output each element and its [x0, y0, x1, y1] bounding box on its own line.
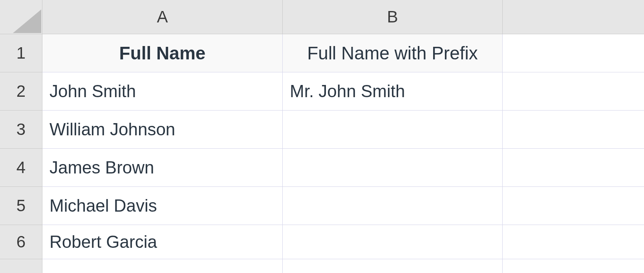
cell-B6[interactable]: [283, 225, 503, 259]
cell-B2[interactable]: Mr. John Smith: [283, 72, 503, 111]
cell-blank-A: [42, 259, 283, 273]
column-header-blank: [503, 0, 644, 34]
cell-right-2: [503, 72, 644, 111]
cell-B3[interactable]: [283, 111, 503, 149]
cell-B5[interactable]: [283, 187, 503, 225]
cell-A5[interactable]: Michael Davis: [42, 187, 283, 225]
column-header-A[interactable]: A: [42, 0, 283, 34]
cell-right-6: [503, 225, 644, 259]
cell-A2[interactable]: John Smith: [42, 72, 283, 111]
select-all-corner[interactable]: [0, 0, 42, 34]
cell-right-3: [503, 111, 644, 149]
cell-A6[interactable]: Robert Garcia: [42, 225, 283, 259]
cell-blank-B: [283, 259, 503, 273]
row-header-blank: [0, 259, 42, 273]
row-header-2[interactable]: 2: [0, 72, 42, 111]
row-header-4[interactable]: 4: [0, 149, 42, 187]
cell-blank-right: [503, 259, 644, 273]
column-header-B[interactable]: B: [283, 0, 503, 34]
cell-A3[interactable]: William Johnson: [42, 111, 283, 149]
row-header-6[interactable]: 6: [0, 225, 42, 259]
cell-B1[interactable]: Full Name with Prefix: [283, 34, 503, 72]
cell-right-1: [503, 34, 644, 72]
cell-A1[interactable]: Full Name: [42, 34, 283, 72]
row-header-5[interactable]: 5: [0, 187, 42, 225]
row-header-3[interactable]: 3: [0, 111, 42, 149]
select-all-triangle-icon: [13, 9, 41, 33]
cell-B4[interactable]: [283, 149, 503, 187]
cell-right-5: [503, 187, 644, 225]
spreadsheet-grid: A B 1 Full Name Full Name with Prefix 2 …: [0, 0, 644, 273]
cell-right-4: [503, 149, 644, 187]
row-header-1[interactable]: 1: [0, 34, 42, 72]
cell-A4[interactable]: James Brown: [42, 149, 283, 187]
